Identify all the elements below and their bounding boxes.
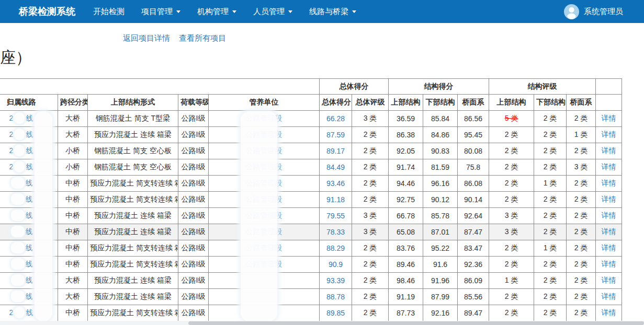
cell-overall-score: 91.18 — [320, 192, 352, 208]
cell-deck-rating: 2 类 — [567, 305, 596, 321]
cell-load-grade: 公路I级 — [178, 273, 209, 289]
detail-link[interactable]: 详情 — [602, 227, 616, 236]
header-overall-score: 总体得分 — [320, 95, 352, 111]
detail-link[interactable]: 详情 — [602, 114, 616, 122]
view-all-projects-link[interactable]: 查看所有项目 — [179, 33, 226, 42]
overall-score-link[interactable]: 93.46 — [326, 179, 345, 188]
overall-score-link[interactable]: 89.17 — [326, 147, 345, 155]
overall-score-link[interactable]: 93.39 — [326, 276, 345, 285]
detail-link[interactable]: 详情 — [602, 276, 616, 284]
table-row: 2线大桥钢筋混凝土 简支 T型梁公路I级公路管理段66.283 类36.5985… — [0, 111, 622, 127]
detail-link[interactable]: 详情 — [602, 195, 616, 203]
cell-detail: 详情 — [596, 127, 622, 143]
line-link[interactable]: 线 — [10, 292, 33, 300]
blur-patch — [14, 145, 25, 156]
cell-deck-score: 86.56 — [458, 111, 489, 127]
cell-lower-structure-score: 87.01 — [423, 224, 458, 240]
blur-patch — [11, 258, 25, 270]
overall-score-link[interactable]: 78.33 — [326, 228, 345, 236]
line-link[interactable]: 线 — [10, 179, 33, 187]
overall-score-link[interactable]: 91.18 — [326, 195, 345, 204]
cell-superstructure-form: 钢筋混凝土 简支 T型梁 — [88, 111, 178, 127]
overall-score-link[interactable]: 79.55 — [326, 212, 345, 220]
line-link[interactable]: 线 — [10, 276, 33, 284]
nav-item-start-inspection[interactable]: 开始检测 — [85, 0, 133, 23]
line-link[interactable]: 2线 — [9, 308, 33, 317]
cell-span-type: 中桥 — [58, 192, 88, 208]
line-link[interactable]: 2线 — [9, 114, 33, 122]
cell-overall-rating: 2 类 — [352, 305, 389, 321]
cell-lower-structure-score: 85.78 — [423, 208, 458, 224]
overall-score-link[interactable]: 89.85 — [326, 309, 345, 317]
line-link[interactable]: 线 — [10, 227, 33, 236]
detail-link[interactable]: 详情 — [602, 243, 616, 252]
chevron-down-icon — [232, 10, 236, 13]
line-link[interactable]: 2线 — [9, 162, 33, 171]
overall-score-link[interactable]: 66.28 — [326, 114, 345, 123]
cell-upper-structure-rating: 2 类 — [489, 143, 534, 159]
cell-upper-structure-rating: 2 类 — [489, 176, 534, 192]
cell-deck-score: 75.8 — [458, 159, 489, 176]
header-group-structure-rating: 结构评级 — [489, 79, 596, 95]
cell-upper-structure-score: 92.75 — [389, 192, 423, 208]
overall-score-link[interactable]: 90.9 — [329, 260, 343, 269]
detail-link[interactable]: 详情 — [602, 130, 616, 138]
horizontal-scrollbar[interactable] — [0, 321, 644, 325]
back-to-project-link[interactable]: 返回项目详情 — [123, 33, 170, 42]
line-link[interactable]: 线 — [10, 243, 33, 252]
overall-score-link[interactable]: 84.49 — [326, 163, 345, 171]
cell-detail: 详情 — [596, 273, 622, 289]
header-group-row: 总体得分 结构得分 结构评级 — [0, 79, 622, 95]
nav-item-personnel-management[interactable]: 人员管理 — [245, 0, 301, 23]
blur-patch — [11, 226, 25, 237]
line-link[interactable]: 线 — [10, 195, 33, 203]
app-brand[interactable]: 桥梁检测系统 — [19, 5, 75, 18]
detail-link[interactable]: 详情 — [602, 308, 616, 317]
cell-overall-score: 89.17 — [320, 143, 352, 159]
overall-score-link[interactable]: 88.29 — [326, 244, 345, 252]
detail-link[interactable]: 详情 — [602, 179, 616, 187]
header-upper-structure-rating: 上部结构 — [489, 95, 534, 111]
cell-lower-structure-rating: 2 类 — [534, 305, 567, 321]
cell-deck-score: 90.14 — [458, 192, 489, 208]
cell-deck-score: 86.08 — [458, 176, 489, 192]
cell-overall-rating: 2 类 — [352, 273, 389, 289]
cell-span-type: 中桥 — [58, 176, 88, 192]
cell-overall-rating: 2 类 — [352, 257, 389, 273]
cell-deck-rating: 2 类 — [567, 143, 596, 159]
nav-item-org-management[interactable]: 机构管理 — [189, 0, 245, 23]
line-link[interactable]: 线 — [10, 211, 33, 219]
cell-superstructure-form: 预应力混凝土 连续 箱梁 — [88, 224, 178, 240]
horizontal-scrollbar-thumb[interactable] — [188, 321, 644, 325]
blur-patch-line-column — [35, 111, 52, 321]
line-link[interactable]: 2线 — [9, 130, 33, 138]
nav-item-lines-and-bridges[interactable]: 线路与桥梁 — [301, 0, 365, 23]
cell-load-grade: 公路I级 — [178, 127, 209, 143]
user-account[interactable]: 系统管理员 — [564, 0, 623, 23]
detail-link[interactable]: 详情 — [602, 146, 616, 155]
cell-upper-structure-score: 83.76 — [389, 240, 423, 257]
line-link[interactable]: 2线 — [9, 146, 33, 155]
cell-detail: 详情 — [596, 111, 622, 127]
cell-lower-structure-rating: 2 类 — [534, 257, 567, 273]
cell-upper-structure-score: 86.38 — [389, 127, 423, 143]
line-link[interactable]: 线 — [10, 260, 33, 268]
nav-item-project-management[interactable]: 项目管理 — [133, 0, 189, 23]
cell-overall-rating: 3 类 — [352, 208, 389, 224]
detail-link[interactable]: 详情 — [602, 260, 616, 268]
detail-link[interactable]: 详情 — [602, 162, 616, 171]
cell-overall-rating: 2 类 — [352, 143, 389, 159]
detail-link[interactable]: 详情 — [602, 292, 616, 300]
cell-upper-structure-rating: 2 类 — [489, 127, 534, 143]
cell-upper-structure-rating: 2 类 — [489, 159, 534, 176]
overall-score-link[interactable]: 87.59 — [326, 131, 345, 139]
cell-lower-structure-score: 87.99 — [423, 289, 458, 305]
cell-lower-structure-rating: 1 类 — [534, 176, 567, 192]
detail-link[interactable]: 详情 — [602, 211, 616, 219]
header-superstructure-form: 上部结构形式 — [88, 95, 178, 111]
cell-load-grade: 公路I级 — [178, 192, 209, 208]
overall-score-link[interactable]: 88.78 — [326, 293, 345, 301]
cell-lower-structure-rating: 2 类 — [534, 111, 567, 127]
cell-detail: 详情 — [596, 240, 622, 257]
cell-span-type: 中桥 — [58, 224, 88, 240]
